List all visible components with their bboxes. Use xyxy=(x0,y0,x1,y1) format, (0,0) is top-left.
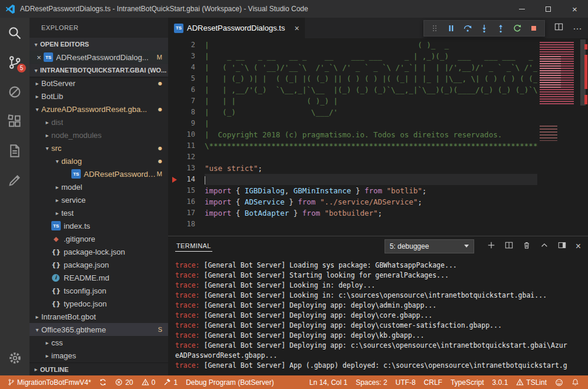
line-number[interactable]: 14 xyxy=(168,174,205,185)
line-number[interactable]: 7 xyxy=(168,95,205,107)
tree-item-package-lock-json[interactable]: {}package-lock.json xyxy=(29,245,168,258)
tree-item-botserver[interactable]: ▸BotServer● xyxy=(29,77,168,90)
status-item-0[interactable]: 0 xyxy=(137,375,160,389)
status-item-1[interactable]: 1 xyxy=(159,375,182,389)
step-over-icon[interactable] xyxy=(459,21,476,36)
terminal-line-text: [General Bot Server] Deploying app: depl… xyxy=(200,301,437,309)
status-item-spaces-2[interactable]: Spaces: 2 xyxy=(352,375,391,389)
code-line-text: import { BotAdapter } from "botbuilder"; xyxy=(205,207,537,219)
json-file-icon: {} xyxy=(51,247,61,256)
stop-icon[interactable] xyxy=(525,21,542,36)
open-editors-header[interactable]: ▾ OPEN EDITORS xyxy=(29,38,168,51)
editor-scrollbar[interactable] xyxy=(580,38,588,236)
code-line-text: \***************************************… xyxy=(205,140,537,151)
status-item-sync-icon[interactable] xyxy=(95,375,111,389)
tree-item-package-json[interactable]: {}package.json xyxy=(29,258,168,271)
tree-item-index-ts[interactable]: TSindex.ts xyxy=(29,219,168,232)
line-number[interactable]: 13 xyxy=(168,163,205,174)
drag-handle-icon[interactable] xyxy=(426,21,443,36)
line-number[interactable]: 2 xyxy=(168,39,205,51)
line-number[interactable]: 9 xyxy=(168,118,205,129)
status-item-ln-14-col-1[interactable]: Ln 14, Col 1 xyxy=(305,375,352,389)
tree-item-node-modules[interactable]: ▸node_modules xyxy=(29,128,168,141)
tree-item-test[interactable]: ▸test xyxy=(29,206,168,219)
tab-close-icon[interactable]: × xyxy=(294,24,299,33)
line-number[interactable]: 11 xyxy=(168,140,205,151)
split-terminal-icon[interactable] xyxy=(505,241,513,252)
line-number[interactable]: 10 xyxy=(168,129,205,140)
tree-item-service[interactable]: ▸service xyxy=(29,193,168,206)
status-item-label: TypeScript xyxy=(451,378,484,387)
status-item-bell-icon[interactable] xyxy=(567,375,583,389)
extensions-icon[interactable] xyxy=(7,114,22,129)
explorer-sidebar: EXPLORER ▾ OPEN EDITORS × TS ADResetPass… xyxy=(29,18,168,375)
tree-item-azureadpasswordreset-gba[interactable]: ▾AzureADPasswordReset.gba...● xyxy=(29,103,168,116)
status-item-migrationtobotfmwv4[interactable]: MigrationToBotFmwV4* xyxy=(4,375,95,389)
line-number[interactable]: 6 xyxy=(168,84,205,95)
new-terminal-plus-icon[interactable] xyxy=(487,241,495,252)
split-editor-icon[interactable] xyxy=(554,22,563,34)
terminal-instance-select[interactable]: 5: debuggee xyxy=(385,239,474,253)
line-number[interactable]: 3 xyxy=(168,51,205,62)
kill-terminal-trash-icon[interactable] xyxy=(523,241,531,252)
tree-item-css[interactable]: ▸css xyxy=(29,336,168,349)
line-number[interactable]: 18 xyxy=(168,219,205,230)
terminal-output[interactable]: trace: [General Bot Server] Loading sys … xyxy=(168,256,588,375)
maximize-button[interactable] xyxy=(535,0,561,18)
restart-icon[interactable] xyxy=(509,21,525,36)
tree-item-tsconfig-json[interactable]: {}tsconfig.json xyxy=(29,284,168,297)
maximize-panel-chevron-icon[interactable] xyxy=(540,241,548,252)
tree-item-src[interactable]: ▾src● xyxy=(29,141,168,154)
line-number[interactable]: 16 xyxy=(168,196,205,207)
pause-icon[interactable] xyxy=(443,21,459,36)
tree-item-typedoc-json[interactable]: {}typedoc.json xyxy=(29,297,168,310)
documents-icon[interactable] xyxy=(7,143,22,159)
minimize-button[interactable] xyxy=(508,0,535,18)
outline-section-header[interactable]: ▸ OUTLINE xyxy=(29,362,168,375)
step-out-icon[interactable] xyxy=(492,21,509,36)
line-number[interactable]: 8 xyxy=(168,107,205,118)
code-line-11: 11\*************************************… xyxy=(168,140,588,151)
tab-terminal[interactable]: TERMINAL xyxy=(175,240,212,252)
tree-item-model[interactable]: ▸model xyxy=(29,180,168,193)
tree-item-botlib[interactable]: ▸BotLib xyxy=(29,90,168,103)
status-item-smiley-icon[interactable] xyxy=(551,375,567,389)
trace-level-label: trace: xyxy=(175,261,200,269)
tree-item-gitignore[interactable]: ◆.gitignore xyxy=(29,232,168,245)
status-item-20[interactable]: 20 xyxy=(111,375,137,389)
status-item-typescript[interactable]: TypeScript xyxy=(446,375,488,389)
debug-icon[interactable] xyxy=(7,84,22,100)
close-button[interactable]: × xyxy=(561,0,588,18)
tree-item-dialog[interactable]: ▾dialog● xyxy=(29,154,168,167)
tree-item-readme-md[interactable]: iREADME.md xyxy=(29,271,168,284)
step-into-icon[interactable] xyxy=(476,21,492,36)
tree-item-office365-gbtheme[interactable]: ▾Office365.gbthemeS xyxy=(29,323,168,336)
tree-item-dist[interactable]: ▸dist xyxy=(29,116,168,128)
status-item-tslint[interactable]: TSLint xyxy=(512,375,551,389)
line-number[interactable]: 5 xyxy=(168,73,205,84)
code-editor[interactable]: 2| ( )_ _ |3| _ __ _ __ __ _ __ ___ ___ … xyxy=(168,38,588,236)
open-editor-item[interactable]: × TS ADResetPasswordDialog... M xyxy=(29,51,168,64)
settings-gear-icon[interactable] xyxy=(8,351,22,367)
minimap[interactable] xyxy=(537,38,580,236)
tree-item-images[interactable]: ▸images xyxy=(29,349,168,362)
close-editor-icon[interactable]: × xyxy=(34,53,44,62)
panel-layout-icon[interactable] xyxy=(558,241,566,252)
edit-icon[interactable] xyxy=(7,173,22,188)
search-icon[interactable] xyxy=(7,25,22,41)
more-actions-icon[interactable]: … xyxy=(573,21,582,32)
tree-item-adresetpassworddial[interactable]: TSADResetPasswordDial...M xyxy=(29,167,168,180)
line-number[interactable]: 17 xyxy=(168,207,205,219)
line-number[interactable]: 12 xyxy=(168,151,205,163)
line-number[interactable]: 15 xyxy=(168,185,205,196)
workspace-section-header[interactable]: ▾ INTRANETBOTQUICKSTART.GBAI (WO... xyxy=(29,64,168,77)
close-panel-icon[interactable]: × xyxy=(576,241,581,252)
tab-adresetpassworddialogs[interactable]: TS ADResetPasswordDialogs.ts × xyxy=(168,18,305,38)
status-item-utf-8[interactable]: UTF-8 xyxy=(392,375,420,389)
status-item-crlf[interactable]: CRLF xyxy=(420,375,446,389)
status-item-debug-program-botserver[interactable]: Debug Program (BotServer) xyxy=(182,375,278,389)
status-item-3-0-1[interactable]: 3.0.1 xyxy=(488,375,513,389)
tree-item-intranetbot-gbot[interactable]: ▸IntranetBot.gbot xyxy=(29,310,168,323)
source-control-icon[interactable]: 5 xyxy=(7,55,22,70)
line-number[interactable]: 4 xyxy=(168,62,205,73)
